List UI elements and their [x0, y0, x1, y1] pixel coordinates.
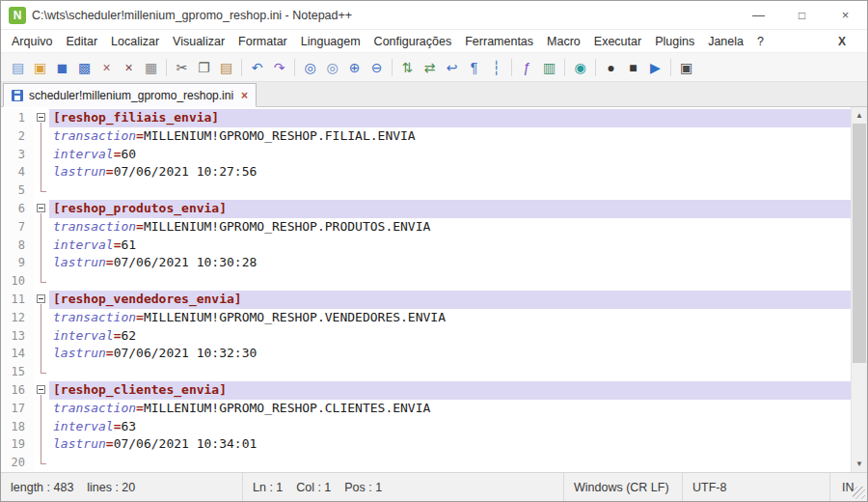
editor-line[interactable]: 1[reshop_filiais_envia] — [1, 109, 851, 127]
line-number[interactable]: 1 — [1, 109, 34, 127]
menu-macro[interactable]: Macro — [540, 32, 587, 51]
line-number[interactable]: 2 — [1, 127, 34, 146]
copy-icon[interactable]: ❐ — [193, 57, 215, 78]
paste-icon[interactable]: ▤ — [215, 57, 237, 78]
play-macro-icon[interactable]: ▶ — [644, 57, 666, 78]
menu-executar[interactable]: Executar — [587, 32, 648, 51]
vertical-scrollbar[interactable]: ▲ ▼ — [851, 107, 867, 472]
editor-line[interactable]: 11[reshop_vendedores_envia] — [1, 291, 851, 309]
menu-ferramentas[interactable]: Ferramentas — [458, 32, 540, 51]
line-number[interactable]: 7 — [1, 218, 34, 237]
word-wrap-icon[interactable]: ↩ — [441, 57, 463, 78]
editor-line[interactable]: 17transaction=MILLENIUM!GPROMO_RESHOP.CL… — [1, 400, 851, 418]
editor-line[interactable]: 12transaction=MILLENIUM!GPROMO_RESHOP.VE… — [1, 309, 851, 327]
maximize-button[interactable]: □ — [780, 1, 824, 29]
minimize-button[interactable]: — — [737, 1, 780, 29]
editor-line[interactable]: 4lastrun=07/06/2021 10:27:56 — [1, 163, 851, 181]
close-document-button[interactable]: X — [832, 33, 852, 50]
editor-line[interactable]: 2transaction=MILLENIUM!GPROMO_RESHOP.FIL… — [1, 127, 851, 146]
status-eol-format[interactable]: Windows (CR LF) — [563, 473, 682, 501]
menu-linguagem[interactable]: Linguagem — [294, 32, 367, 51]
view-in-browser-icon[interactable]: ◉ — [569, 57, 591, 78]
fold-collapse-icon[interactable] — [37, 113, 45, 122]
save-all-icon[interactable]: ▩ — [73, 57, 95, 78]
menu-localizar[interactable]: Localizar — [104, 32, 166, 51]
open-folder-icon[interactable]: ▣ — [29, 57, 51, 78]
show-indent-guide-icon[interactable]: ┆ — [485, 57, 507, 78]
editor-line[interactable]: 7transaction=MILLENIUM!GPROMO_RESHOP.PRO… — [1, 218, 851, 237]
new-file-icon[interactable]: ▤ — [7, 57, 29, 78]
show-all-characters-icon[interactable]: ¶ — [463, 57, 485, 78]
line-number[interactable]: 5 — [1, 181, 34, 200]
resize-grip[interactable] — [853, 487, 865, 499]
function-list-icon[interactable]: ƒ — [516, 57, 538, 78]
scrollbar-track[interactable] — [852, 124, 867, 456]
close-file-icon[interactable]: × — [95, 57, 118, 78]
scroll-up-arrow-icon[interactable]: ▲ — [852, 107, 867, 124]
menu-visualizar[interactable]: Visualizar — [166, 32, 231, 51]
editor-line[interactable]: 5 — [1, 181, 851, 200]
replace-icon[interactable]: ◎ — [321, 57, 343, 78]
editor-line[interactable]: 3interval=60 — [1, 146, 851, 164]
close-button[interactable]: × — [824, 1, 867, 29]
save-icon[interactable]: ◼ — [51, 57, 73, 78]
editor-line[interactable]: 19lastrun=07/06/2021 10:34:01 — [1, 435, 851, 454]
editor-line[interactable]: 18interval=63 — [1, 418, 851, 436]
editor-line[interactable]: 6[reshop_produtos_envia] — [1, 200, 851, 218]
editor-line[interactable]: 13interval=62 — [1, 327, 851, 346]
zoom-in-icon[interactable]: ⊕ — [343, 57, 366, 78]
line-number[interactable]: 4 — [1, 163, 34, 181]
fold-collapse-icon[interactable] — [37, 294, 45, 303]
line-number[interactable]: 18 — [1, 418, 34, 436]
menu-configuracoes[interactable]: Configurações — [367, 32, 459, 51]
editor-line[interactable]: 10 — [1, 272, 851, 291]
line-number[interactable]: 20 — [1, 454, 34, 472]
line-number[interactable]: 6 — [1, 200, 34, 218]
line-number[interactable]: 14 — [1, 345, 34, 363]
line-number[interactable]: 3 — [1, 146, 34, 164]
line-number[interactable]: 16 — [1, 381, 34, 400]
find-icon[interactable]: ◎ — [299, 57, 321, 78]
line-number[interactable]: 17 — [1, 400, 34, 418]
editor-line[interactable]: 16[reshop_clientes_envia] — [1, 381, 851, 400]
menu-help[interactable]: ? — [750, 32, 771, 51]
stop-recording-icon[interactable]: ■ — [622, 57, 644, 78]
line-number[interactable]: 12 — [1, 309, 34, 327]
fold-collapse-icon[interactable] — [37, 385, 45, 394]
menu-editar[interactable]: Editar — [59, 32, 104, 51]
status-encoding[interactable]: UTF-8 — [682, 473, 829, 501]
sync-horizontal-icon[interactable]: ⇄ — [419, 57, 441, 78]
line-number[interactable]: 8 — [1, 237, 34, 255]
line-number[interactable]: 11 — [1, 291, 34, 309]
editor-line[interactable]: 15 — [1, 363, 851, 381]
code-rows[interactable]: 1[reshop_filiais_envia]2transaction=MILL… — [1, 107, 851, 472]
tab-scheduler-ini[interactable]: scheduler!millenium_gpromo_reshop.ini × — [3, 83, 257, 107]
redo-icon[interactable]: ↷ — [268, 57, 290, 78]
line-number[interactable]: 9 — [1, 254, 34, 272]
editor-line[interactable]: 9lastrun=07/06/2021 10:30:28 — [1, 254, 851, 272]
editor-line[interactable]: 20 — [1, 454, 851, 472]
undo-icon[interactable]: ↶ — [246, 57, 268, 78]
fold-collapse-icon[interactable] — [37, 204, 45, 212]
menu-formatar[interactable]: Formatar — [231, 32, 294, 51]
editor-line[interactable]: 8interval=61 — [1, 237, 851, 255]
scroll-down-arrow-icon[interactable]: ▼ — [852, 456, 867, 472]
menu-janela[interactable]: Janela — [701, 32, 750, 51]
record-macro-icon[interactable]: ● — [600, 57, 622, 78]
scrollbar-thumb[interactable] — [853, 124, 866, 363]
line-number[interactable]: 13 — [1, 327, 34, 346]
cut-icon[interactable]: ✂ — [171, 57, 193, 78]
close-all-files-icon[interactable]: × — [118, 57, 140, 78]
document-map-icon[interactable]: ▥ — [538, 57, 560, 78]
sync-vertical-icon[interactable]: ⇅ — [396, 57, 419, 78]
line-number[interactable]: 10 — [1, 272, 34, 291]
tab-close-icon[interactable]: × — [241, 89, 248, 102]
document-monitor-icon[interactable]: ▣ — [675, 57, 697, 78]
zoom-out-icon[interactable]: ⊖ — [366, 57, 388, 78]
menu-plugins[interactable]: Plugins — [648, 32, 701, 51]
editor-line[interactable]: 14lastrun=07/06/2021 10:32:30 — [1, 345, 851, 363]
line-number[interactable]: 15 — [1, 363, 34, 381]
print-icon[interactable]: ▦ — [140, 57, 162, 78]
line-number[interactable]: 19 — [1, 435, 34, 454]
menu-arquivo[interactable]: Arquivo — [5, 32, 59, 51]
